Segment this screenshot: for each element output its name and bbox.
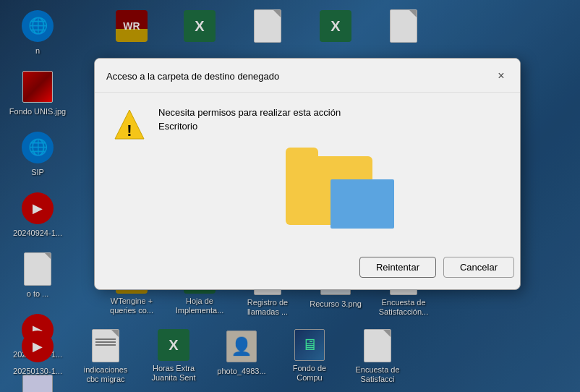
dialog-text-block: Necesita permisos para realizar esta acc… (158, 107, 341, 132)
dialog-sub-text: Escritorio (158, 121, 341, 132)
warning-icon: ! (112, 107, 147, 142)
retry-button[interactable]: Reintentar (359, 257, 436, 278)
dialog-title: Acceso a la carpeta de destino denegado (106, 71, 279, 82)
folder-front-icon (330, 179, 394, 229)
desktop: 🌐 n Fondo UNIS.jpg 🌐 SIP ▶ 20240924-1... (0, 0, 580, 392)
folder-illustration (155, 156, 503, 225)
svg-text:!: ! (127, 122, 132, 140)
dialog-header-row: ! Necesita permisos para realizar esta a… (112, 107, 503, 142)
cancel-button[interactable]: Cancelar (443, 257, 514, 278)
dialog-close-button[interactable]: × (491, 66, 511, 86)
dialog-main-text: Necesita permisos para realizar esta acc… (158, 107, 341, 118)
warning-triangle-svg: ! (112, 107, 147, 142)
permission-dialog: Acceso a la carpeta de destino denegado … (94, 58, 521, 290)
dialog-body: ! Necesita permisos para realizar esta a… (95, 93, 520, 254)
folder-wrapper (286, 156, 372, 225)
dialog-titlebar: Acceso a la carpeta de destino denegado … (95, 59, 520, 93)
dialog-footer: Reintentar Cancelar (95, 254, 520, 289)
dialog-overlay: Acceso a la carpeta de destino denegado … (0, 0, 580, 392)
